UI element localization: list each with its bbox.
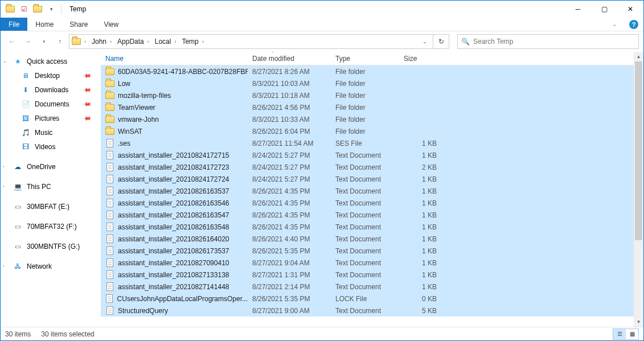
thumbnails-view-icon[interactable]: ▦ bbox=[626, 329, 638, 339]
file-type: Text Document bbox=[331, 257, 399, 269]
file-row[interactable]: .ses8/27/2021 11:54 AMSES File1 KB bbox=[101, 137, 634, 149]
expand-icon[interactable]: › bbox=[3, 164, 5, 169]
file-name: assistant_installer_20210826164020 bbox=[118, 235, 229, 243]
tab-home[interactable]: Home bbox=[27, 18, 61, 31]
scroll-down-icon[interactable]: ▼ bbox=[634, 317, 643, 327]
nav-this-pc[interactable]: ›💻This PC bbox=[1, 179, 101, 194]
file-type: Text Document bbox=[331, 281, 399, 293]
breadcrumb-seg[interactable]: Temp bbox=[182, 38, 198, 46]
expand-icon[interactable]: › bbox=[3, 264, 5, 269]
file-row[interactable]: assistant_installer_202108241727158/24/2… bbox=[101, 149, 634, 161]
tab-view[interactable]: View bbox=[96, 18, 126, 31]
file-row[interactable]: WinSAT8/26/2021 6:04 PMFile folder bbox=[101, 125, 634, 137]
nav-onedrive[interactable]: ›☁OneDrive bbox=[1, 159, 101, 174]
nav-desktop[interactable]: 🖥Desktop📌 bbox=[1, 68, 101, 83]
expand-icon[interactable]: › bbox=[3, 184, 5, 189]
file-row[interactable]: vmware-John8/3/2021 10:33 AMFile folder bbox=[101, 113, 634, 125]
file-name: assistant_installer_20210824172715 bbox=[118, 151, 229, 159]
view-mode-toggle[interactable]: ☰ ▦ bbox=[613, 328, 639, 340]
address-bar[interactable]: › John› AppData› Local› Temp› ⌄ bbox=[69, 34, 433, 49]
file-row[interactable]: assistant_installer_202108241727248/24/2… bbox=[101, 173, 634, 185]
file-row[interactable]: assistant_installer_202108271414488/27/2… bbox=[101, 281, 634, 293]
file-row[interactable]: assistant_installer_202108261635488/26/2… bbox=[101, 221, 634, 233]
minimize-button[interactable]: ─ bbox=[565, 1, 591, 18]
column-size[interactable]: Size bbox=[399, 52, 441, 65]
file-icon bbox=[105, 151, 114, 160]
file-type: LOCK File bbox=[331, 293, 399, 305]
file-row[interactable]: mozilla-temp-files8/3/2021 10:18 AMFile … bbox=[101, 89, 634, 101]
file-row[interactable]: assistant_installer_202108261635478/26/2… bbox=[101, 209, 634, 221]
file-type: File folder bbox=[331, 125, 399, 137]
nav-network[interactable]: ›🖧Network bbox=[1, 259, 101, 273]
nav-music[interactable]: 🎵Music bbox=[1, 125, 101, 139]
pictures-icon: 🖼 bbox=[21, 114, 30, 123]
file-icon bbox=[105, 235, 114, 244]
chevron-right-icon[interactable]: › bbox=[171, 39, 179, 44]
file-row[interactable]: assistant_installer_202108261735378/26/2… bbox=[101, 245, 634, 257]
back-button[interactable]: ← bbox=[5, 35, 19, 48]
file-row[interactable]: assistant_installer_202108270904108/27/2… bbox=[101, 257, 634, 269]
tab-file[interactable]: File bbox=[1, 18, 27, 31]
column-type[interactable]: Type bbox=[331, 52, 399, 65]
drive-icon: ▭ bbox=[13, 222, 22, 231]
file-size: 1 KB bbox=[399, 209, 437, 221]
expand-icon[interactable]: ⌄ bbox=[3, 59, 7, 64]
vertical-scrollbar[interactable]: ▲ ▼ bbox=[634, 52, 643, 327]
file-type: Text Document bbox=[331, 269, 399, 281]
chevron-right-icon[interactable]: › bbox=[199, 39, 207, 44]
file-size: 1 KB bbox=[399, 233, 437, 245]
file-row[interactable]: assistant_installer_202108261635378/26/2… bbox=[101, 185, 634, 197]
nav-drive-g[interactable]: ▭300MBNTFS (G:) bbox=[1, 239, 101, 253]
ribbon-expand-icon[interactable]: ⌄ bbox=[605, 18, 624, 31]
refresh-button[interactable]: ↻ bbox=[433, 34, 449, 49]
qat-properties-icon[interactable]: ☑ bbox=[18, 3, 30, 15]
file-row[interactable]: assistant_installer_202108261640208/26/2… bbox=[101, 233, 634, 245]
chevron-right-icon[interactable]: › bbox=[106, 39, 115, 44]
nav-documents[interactable]: 📄Documents📌 bbox=[1, 97, 101, 111]
file-name: assistant_installer_20210826163548 bbox=[118, 223, 229, 231]
file-row[interactable]: assistant_installer_202108241727238/24/2… bbox=[101, 161, 634, 173]
file-type: File folder bbox=[331, 77, 399, 89]
chevron-right-icon[interactable]: › bbox=[144, 39, 153, 44]
nav-drive-f[interactable]: ▭70MBFAT32 (F:) bbox=[1, 219, 101, 233]
file-row[interactable]: TeamViewer8/26/2021 4:56 PMFile folder bbox=[101, 101, 634, 113]
file-icon bbox=[105, 270, 114, 280]
forward-button[interactable]: → bbox=[21, 35, 35, 48]
breadcrumb-seg[interactable]: AppData bbox=[117, 38, 144, 46]
breadcrumb-seg[interactable]: Local bbox=[155, 38, 171, 46]
scroll-up-icon[interactable]: ▲ bbox=[634, 52, 643, 61]
nav-pictures[interactable]: 🖼Pictures📌 bbox=[1, 111, 101, 125]
recent-locations-icon[interactable]: ▾ bbox=[37, 35, 51, 48]
address-history-icon[interactable]: ⌄ bbox=[418, 39, 432, 44]
qat-newfolder-icon[interactable] bbox=[31, 3, 44, 15]
nav-downloads[interactable]: ⬇Downloads📌 bbox=[1, 83, 101, 97]
file-row[interactable]: assistant_installer_202108261635468/26/2… bbox=[101, 197, 634, 209]
search-input[interactable]: 🔍 Search Temp bbox=[457, 34, 639, 49]
chevron-right-icon[interactable]: › bbox=[81, 39, 89, 44]
file-row[interactable]: Low8/3/2021 10:03 AMFile folder bbox=[101, 77, 634, 89]
file-icon bbox=[105, 306, 114, 315]
up-button[interactable]: ↑ bbox=[53, 35, 67, 48]
close-button[interactable]: ✕ bbox=[617, 1, 643, 18]
pin-icon: 📌 bbox=[83, 99, 92, 108]
file-type: File folder bbox=[331, 101, 399, 113]
file-row[interactable]: StructuredQuery8/27/2021 9:00 AMText Doc… bbox=[101, 305, 634, 317]
nav-videos[interactable]: 🎞Videos bbox=[1, 139, 101, 154]
file-row[interactable]: CUsersJohnAppDataLocalProgramsOper...8/2… bbox=[101, 293, 634, 305]
qat-customize-icon[interactable]: ▾ bbox=[45, 3, 58, 15]
column-name[interactable]: Name bbox=[101, 52, 248, 65]
maximize-button[interactable]: ▢ bbox=[591, 1, 617, 18]
this-pc-icon: 💻 bbox=[13, 182, 22, 191]
help-button[interactable]: ? bbox=[624, 18, 643, 31]
scrollbar-thumb[interactable] bbox=[635, 61, 642, 240]
file-size bbox=[399, 125, 437, 137]
details-view-icon[interactable]: ☰ bbox=[613, 329, 626, 339]
nav-drive-e[interactable]: ▭30MBFAT (E:) bbox=[1, 199, 101, 213]
breadcrumb-seg[interactable]: John bbox=[92, 38, 106, 46]
column-date[interactable]: Date modified bbox=[248, 52, 331, 65]
nav-quick-access[interactable]: ⌄ ★ Quick access bbox=[1, 54, 101, 68]
file-row[interactable]: 60DA03A5-9241-4718-ABBC-0207B28FBF568/27… bbox=[101, 65, 634, 77]
file-row[interactable]: assistant_installer_202108271331388/27/2… bbox=[101, 269, 634, 281]
file-date: 8/26/2021 5:35 PM bbox=[248, 245, 331, 257]
tab-share[interactable]: Share bbox=[61, 18, 96, 31]
